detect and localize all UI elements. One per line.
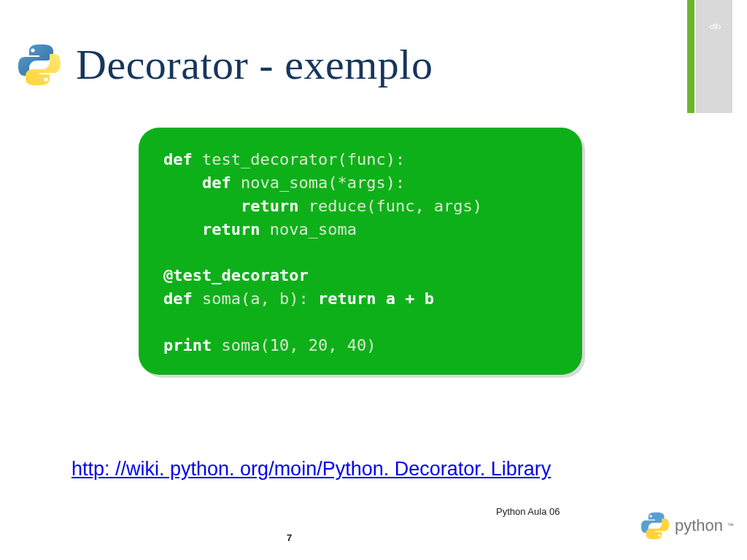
corner-accent-box bbox=[696, 0, 732, 113]
svg-point-2 bbox=[649, 515, 651, 517]
footer-page-number: 7 bbox=[287, 532, 292, 543]
svg-point-0 bbox=[31, 48, 34, 52]
svg-point-3 bbox=[658, 534, 660, 536]
reference-link[interactable]: http: //wiki. python. org/moin/Python. D… bbox=[71, 458, 551, 481]
python-logo-icon bbox=[16, 42, 63, 88]
footer-course-label: Python Aula 06 bbox=[496, 506, 560, 517]
page-title: Decorator - exemplo bbox=[76, 40, 433, 89]
footer-brand-word: python bbox=[675, 516, 723, 535]
code-block: def test_decorator(func): def nova_soma(… bbox=[163, 148, 557, 357]
code-example-card: def test_decorator(func): def nova_soma(… bbox=[139, 128, 582, 375]
corner-page-marker: ‹#› bbox=[709, 20, 721, 32]
corner-accent-stripe bbox=[687, 0, 694, 113]
title-row: Decorator - exemplo bbox=[16, 40, 433, 89]
trademark-symbol: ™ bbox=[727, 522, 734, 529]
python-logo-icon bbox=[640, 510, 670, 541]
footer-brand: python ™ bbox=[640, 510, 734, 541]
svg-point-1 bbox=[44, 77, 47, 81]
